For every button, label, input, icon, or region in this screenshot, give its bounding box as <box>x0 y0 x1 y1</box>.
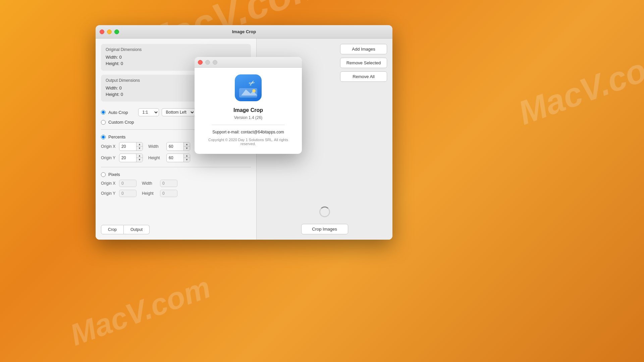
percents-originx-wrapper: ▲ ▼ <box>119 142 143 151</box>
remove-selected-button[interactable]: Remove Selected <box>340 58 387 68</box>
crop-tab[interactable]: Crop <box>101 225 124 234</box>
about-title-bar <box>195 57 302 68</box>
percents-height-down[interactable]: ▼ <box>184 158 190 162</box>
pixels-width-input <box>160 180 177 187</box>
scissors-glyph: ✂ <box>247 78 257 88</box>
percents-originx-stepper: ▲ ▼ <box>136 142 143 150</box>
auto-crop-radio[interactable] <box>101 110 106 115</box>
percents-originy-wrapper: ▲ ▼ <box>119 154 143 162</box>
pixels-row-2: Origin Y Height <box>101 190 251 197</box>
pixels-label-row: Pixels <box>101 172 251 177</box>
window-title: Image Crop <box>232 29 256 34</box>
auto-crop-label: Auto Crop <box>108 110 128 115</box>
pixels-originy-input <box>119 190 136 197</box>
about-copyright: Copyright © 2020 Day 1 Solutions SRL. Al… <box>203 138 294 146</box>
app-icon-svg: ✂ <box>236 76 260 100</box>
percents-originy-up[interactable]: ▲ <box>137 154 143 158</box>
percents-width-stepper: ▲ ▼ <box>183 142 190 150</box>
pixels-originy-label: Origin Y <box>101 191 117 196</box>
percents-height-up[interactable]: ▲ <box>184 154 190 158</box>
percents-width-input[interactable] <box>167 143 183 150</box>
add-images-button[interactable]: Add Images <box>340 44 387 54</box>
pixels-height-group: Height <box>142 190 177 197</box>
about-app-name: Image Crop <box>233 107 263 113</box>
pixels-originy-group: Origin Y <box>101 190 137 197</box>
pixels-height-label: Height <box>142 191 158 196</box>
percents-row-2: Origin Y ▲ ▼ Height <box>101 154 251 162</box>
percents-height-label: Height <box>148 156 164 160</box>
position-select[interactable]: Bottom Left Center Top Left <box>162 108 195 116</box>
pixels-originx-input <box>119 180 136 187</box>
percents-originy-stepper: ▲ ▼ <box>136 154 143 162</box>
pixels-originy-wrapper <box>119 190 137 197</box>
percents-width-down[interactable]: ▼ <box>184 146 190 150</box>
bottom-right-section: Crop Images <box>262 203 387 234</box>
pixels-width-group: Width <box>142 180 177 187</box>
watermark-right: MacV.com <box>513 40 644 132</box>
percents-originy-down[interactable]: ▼ <box>137 158 143 162</box>
loading-spinner <box>319 206 330 217</box>
pixels-radio[interactable] <box>101 172 106 177</box>
about-content: ✂ Image Crop Version 1.4 (26) Support e-… <box>195 68 302 154</box>
pixels-section: Pixels Origin X Width <box>101 172 251 197</box>
custom-crop-label: Custom Crop <box>108 120 134 125</box>
auto-crop-controls: 1:1 4:3 16:9 Bottom Left Center Top Left <box>138 108 195 116</box>
sun-circle <box>252 89 256 93</box>
divider-2 <box>101 167 251 167</box>
output-tab[interactable]: Output <box>124 225 150 234</box>
percents-height-group: Height ▲ ▼ <box>148 154 190 162</box>
percents-radio[interactable] <box>101 135 106 139</box>
percents-originx-input[interactable] <box>119 143 136 150</box>
about-minimize-button[interactable] <box>205 60 210 65</box>
about-maximize-button[interactable] <box>213 60 217 65</box>
percents-width-label: Width <box>148 144 164 149</box>
pixels-width-wrapper <box>160 180 177 187</box>
percents-originx-up[interactable]: ▲ <box>137 142 143 146</box>
about-support-email: Support e-mail: contact@64bitapps.com <box>212 130 284 134</box>
percents-label: Percents <box>108 134 125 139</box>
about-traffic-lights <box>198 60 217 65</box>
ratio-select[interactable]: 1:1 4:3 16:9 <box>138 108 159 116</box>
title-bar: Image Crop <box>96 25 392 39</box>
percents-originy-label: Origin Y <box>101 156 117 160</box>
bottom-tabs: Crop Output <box>101 221 251 234</box>
percents-originy-group: Origin Y ▲ ▼ <box>101 154 143 162</box>
pixels-label: Pixels <box>108 172 120 177</box>
pixels-width-label: Width <box>142 181 158 186</box>
about-app-version: Version 1.4 (26) <box>234 115 263 120</box>
pixels-height-input <box>160 190 177 197</box>
percents-originx-down[interactable]: ▼ <box>137 146 143 150</box>
percents-originy-input[interactable] <box>119 155 136 161</box>
pixels-height-wrapper <box>160 190 177 197</box>
pixels-originx-wrapper <box>119 180 137 187</box>
minimize-button[interactable] <box>107 29 112 34</box>
crop-images-button[interactable]: Crop Images <box>301 224 348 234</box>
custom-crop-radio[interactable] <box>101 120 106 125</box>
percents-height-wrapper: ▲ ▼ <box>166 154 190 162</box>
remove-all-button[interactable]: Remove All <box>340 71 387 82</box>
pixels-originx-group: Origin X <box>101 180 137 187</box>
about-close-button[interactable] <box>198 60 203 65</box>
percents-width-up[interactable]: ▲ <box>184 142 190 146</box>
traffic-lights <box>100 29 119 34</box>
pixels-originx-label: Origin X <box>101 181 117 186</box>
percents-originx-group: Origin X ▲ ▼ <box>101 142 143 151</box>
app-icon: ✂ <box>235 74 262 101</box>
percents-height-stepper: ▲ ▼ <box>183 154 190 162</box>
close-button[interactable] <box>100 29 104 34</box>
percents-width-group: Width ▲ ▼ <box>148 142 190 151</box>
percents-height-input[interactable] <box>167 155 183 161</box>
percents-originx-label: Origin X <box>101 144 117 149</box>
watermark-bottom: MacV.com <box>66 270 215 352</box>
original-dimensions-label: Original Dimensions <box>106 47 246 52</box>
pixels-row-1: Origin X Width <box>101 180 251 187</box>
percents-width-wrapper: ▲ ▼ <box>166 142 190 151</box>
about-divider <box>212 125 285 125</box>
about-dialog: ✂ Image Crop Version 1.4 (26) Support e-… <box>195 57 302 154</box>
maximize-button[interactable] <box>114 29 119 34</box>
